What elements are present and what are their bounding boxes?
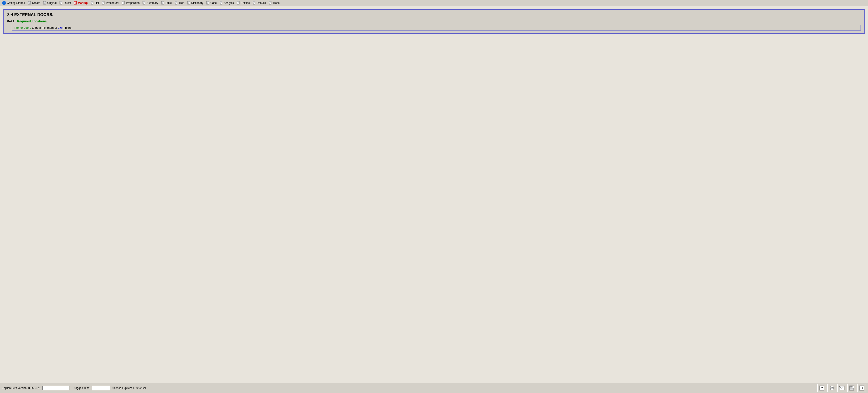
doc-icon-markup [74,1,78,5]
svg-rect-73 [850,388,854,390]
footer-buttons: ? [817,384,866,392]
help-icon: ? [819,386,824,391]
licence-label: Licence Expires: 17/05/2021 [112,387,146,390]
nav-item-trace[interactable]: Trace [268,0,281,5]
svg-rect-69 [833,387,833,388]
nav-item-entities[interactable]: Entities [236,0,251,5]
footer-info: English Beta version: B.250.025 Bob Wake… [2,386,146,390]
email-icon [839,386,844,391]
rule-box: Interior doors to be a minimum of 2.0m h… [12,25,861,31]
nav-item-summary[interactable]: Summary [141,0,159,5]
nav-label-analysis: Analysis [224,1,234,4]
help-button[interactable]: ? [817,384,826,392]
svg-rect-48 [220,1,222,4]
svg-rect-20 [102,1,104,4]
print-button[interactable] [827,384,836,392]
doc-icon-summary [142,1,146,5]
svg-rect-72 [850,386,852,387]
nav-label-dictionary: Dictionary [191,1,204,4]
nav-label-latest: Latest [64,1,71,4]
nav-item-tree[interactable]: Tree [173,0,185,5]
footer-separator: - [71,387,72,390]
footer: English Beta version: B.250.025 Bob Wake… [0,383,868,393]
svg-rect-4 [43,1,46,4]
svg-rect-56 [253,1,255,4]
nav-label-original: Original [47,1,57,4]
doc-icon-latest [59,1,63,5]
measure-link[interactable]: 2.0m [58,26,64,29]
nav-item-procedural[interactable]: Procedural [100,0,120,5]
nav-label-procedural: Procedural [106,1,119,4]
nav-item-dictionary[interactable]: Dictionary [186,0,205,5]
doc-icon-entities [237,1,240,5]
svg-rect-67 [831,386,833,387]
rule-text: Interior doors to be a minimum of 2.0m h… [14,26,72,29]
nav-item-proposition[interactable]: Proposition [121,0,141,5]
svg-rect-40 [188,1,190,4]
doc-icon-procedural [101,1,105,5]
version-label: English Beta version: B.250.025 [2,387,40,390]
doc-icon-proposition [122,1,125,5]
section-title: 8-4 EXTERNAL DOORS. [7,12,861,17]
svg-rect-12 [74,1,76,4]
info-icon: i [2,1,6,5]
logged-in-label: Logged in as: [74,387,90,390]
nav-item-original[interactable]: Original [42,0,58,5]
user-value-field[interactable]: "bob" [92,386,110,390]
doc-icon-create [28,1,31,5]
nav-label-getting-started: Getting Started [7,1,25,4]
subsection-link[interactable]: Required Locations. [17,20,48,23]
user-name-field[interactable]: Bob Wakelam [42,386,69,390]
doc-icon-original [43,1,46,5]
nav-label-list: List [95,1,99,4]
svg-rect-28 [143,1,145,4]
doc-icon-trace [269,1,272,5]
svg-rect-24 [122,1,124,4]
print-icon [829,385,835,391]
svg-rect-0 [28,1,31,4]
exit-button[interactable] [857,384,866,392]
nav-label-markup: Markup [78,1,88,4]
nav-item-create[interactable]: Create [27,0,41,5]
doc-icon-table [161,1,165,5]
nav-label-proposition: Proposition [126,1,140,4]
nav-label-entities: Entities [241,1,250,4]
email-button[interactable] [837,384,846,392]
save-button[interactable] [847,384,856,392]
svg-rect-74 [850,386,851,387]
nav-label-tree: Tree [179,1,184,4]
rule-middle-text: to be a minimum of [31,26,58,29]
nav-item-table[interactable]: Table [160,0,173,5]
nav-item-markup[interactable]: Markup [73,0,89,5]
subsection-title: 8-4.1 Required Locations. [7,20,861,23]
nav-item-latest[interactable]: Latest [58,0,72,5]
nav-item-analysis[interactable]: Analysis [218,0,235,5]
nav-label-case: Case [210,1,217,4]
svg-rect-8 [60,1,62,4]
svg-rect-44 [207,1,209,4]
svg-rect-60 [269,1,271,4]
nav-label-table: Table [165,1,172,4]
svg-rect-36 [175,1,177,4]
svg-rect-52 [237,1,239,4]
nav-label-summary: Summary [147,1,158,4]
nav-label-trace: Trace [273,1,280,4]
nav-item-getting-started[interactable]: i Getting Started [1,0,26,5]
nav-item-case[interactable]: Case [205,0,218,5]
doc-icon-analysis [219,1,223,5]
exit-icon [859,385,864,391]
nav-label-create: Create [32,1,40,4]
rule-end-text: high . [64,26,72,29]
doc-icon-tree [175,1,178,5]
doc-icon-dictionary [187,1,191,5]
svg-rect-32 [161,1,164,4]
main-content: 8-4 EXTERNAL DOORS. 8-4.1 Required Locat… [0,6,868,383]
content-box: 8-4 EXTERNAL DOORS. 8-4.1 Required Locat… [3,9,865,34]
save-icon [849,385,855,391]
nav-item-results[interactable]: Results [251,0,267,5]
subsection-number: 8-4.1 [7,20,14,23]
nav-item-list[interactable]: List [89,0,100,5]
svg-rect-68 [831,388,833,390]
doc-icon-list [91,1,94,5]
interior-doors-link[interactable]: Interior doors [14,26,31,29]
